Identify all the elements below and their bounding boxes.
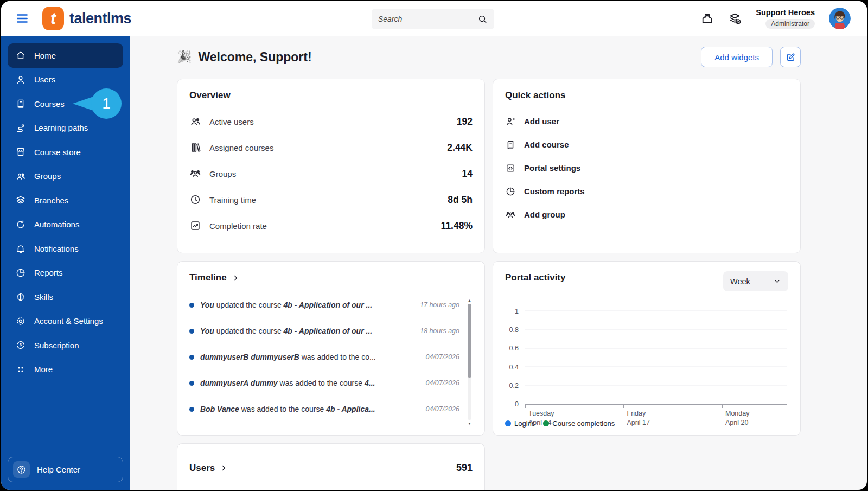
quick-actions-rows: Add user Add course Portal settings Cust… xyxy=(505,110,788,226)
books-icon xyxy=(189,142,201,154)
legend-item[interactable]: Course completions xyxy=(543,419,615,428)
user-role-badge: Administrator xyxy=(765,19,815,29)
bullet-icon xyxy=(189,407,194,412)
home-icon xyxy=(15,50,26,61)
sidebar-item-groups[interactable]: Groups xyxy=(8,164,123,189)
sidebar-item-subscription[interactable]: $ Subscription xyxy=(8,333,123,358)
edit-icon xyxy=(786,52,796,62)
gear-icon xyxy=(15,316,26,327)
group2-icon xyxy=(505,209,516,220)
book-icon xyxy=(505,139,516,150)
sidebar-item-courses[interactable]: Courses 1 xyxy=(8,92,123,116)
sidebar-item-reports[interactable]: Reports xyxy=(8,261,123,285)
sidebar-item-more[interactable]: More xyxy=(8,358,123,382)
overview-row: Assigned courses 2.44K xyxy=(189,135,473,161)
overview-row: Groups 14 xyxy=(189,161,473,187)
userPlus-icon xyxy=(505,116,516,127)
sidebar-item-notifications[interactable]: Notifications xyxy=(8,237,123,261)
chevron-right-icon xyxy=(220,464,228,472)
page-title: 🎉 Welcome, Support! xyxy=(177,50,312,65)
sidebar-item-automations[interactable]: Automations xyxy=(8,213,123,237)
quick-action-item[interactable]: Add course xyxy=(505,133,788,156)
logo-icon: t xyxy=(42,7,64,30)
x-tick-label: FridayApril 17 xyxy=(627,409,650,428)
quick-action-item[interactable]: Portal settings xyxy=(505,156,788,180)
sidebar-item-skills[interactable]: Skills xyxy=(8,285,123,309)
welcome-text: Welcome, Support! xyxy=(198,50,311,65)
group2-icon xyxy=(189,168,201,180)
quick-actions-title: Quick actions xyxy=(505,90,788,101)
svg-text:$: $ xyxy=(20,343,22,348)
users-card-title: Users xyxy=(189,463,215,474)
timeline-card: Timeline You updated the course 4b - App… xyxy=(177,261,485,436)
gridline: 0.6 xyxy=(525,348,787,348)
renew-icon: $ xyxy=(15,340,26,350)
legend-label: Course completions xyxy=(552,419,615,428)
x-tick-label: MondayApril 20 xyxy=(725,409,749,428)
period-dropdown[interactable]: Week xyxy=(723,271,788,291)
scroll-up-icon[interactable]: ▲ xyxy=(468,298,471,302)
chart-legend: LoginsCourse completions xyxy=(505,419,615,428)
gridline: 0.4 xyxy=(525,367,787,367)
bullet-icon xyxy=(189,355,194,360)
codeBox-icon xyxy=(505,163,516,174)
book-icon xyxy=(15,98,26,109)
timeline-entry[interactable]: You updated the course 4b - Application … xyxy=(189,318,459,344)
bell-icon xyxy=(15,243,26,254)
sidebar-item-users[interactable]: Users xyxy=(8,68,123,92)
sidebar-nav-list: Home Users Courses 1 Learning paths Cour… xyxy=(1,43,130,381)
x-tick-mark xyxy=(722,404,723,408)
users-count: 591 xyxy=(456,462,473,474)
overview-title: Overview xyxy=(189,90,473,101)
sidebar: Home Users Courses 1 Learning paths Cour… xyxy=(1,36,130,490)
help-center-label: Help Center xyxy=(37,465,80,474)
help-center-button[interactable]: Help Center xyxy=(8,457,123,482)
timeline-entry[interactable]: Bob Vance was added to the course 4b - A… xyxy=(189,396,459,422)
automation-icon xyxy=(15,219,26,230)
timeline-entry[interactable]: You updated the course 4b - Application … xyxy=(189,292,459,318)
search-input[interactable] xyxy=(378,15,477,23)
search-bar[interactable] xyxy=(372,9,494,29)
add-widgets-button[interactable]: Add widgets xyxy=(701,47,773,67)
inbox-icon[interactable] xyxy=(700,12,714,25)
sidebar-item-branches[interactable]: Branches xyxy=(8,188,123,213)
grid4-icon xyxy=(15,364,26,375)
chevron-down-icon xyxy=(773,277,781,285)
timeline-entry[interactable]: dummyuserB dummyuserB was added to the c… xyxy=(189,344,459,370)
x-tick-mark xyxy=(525,404,526,408)
scrollbar-thumb[interactable] xyxy=(468,304,471,378)
edit-dashboard-button[interactable] xyxy=(780,47,801,67)
logo[interactable]: t talentlms xyxy=(42,7,131,30)
quick-action-item[interactable]: Add group xyxy=(505,203,788,226)
gridline: 0.2 xyxy=(525,385,787,386)
bullet-icon xyxy=(189,329,194,334)
layers-icon xyxy=(15,195,26,206)
courses-stack-icon[interactable] xyxy=(728,12,742,25)
users-card-header[interactable]: Users xyxy=(189,463,228,474)
avatar[interactable] xyxy=(829,8,851,29)
timeline-entry[interactable]: dummyuserA dummy was added to the course… xyxy=(189,370,459,396)
sidebar-item-learning-paths[interactable]: Learning paths xyxy=(8,116,123,141)
quick-action-item[interactable]: Custom reports xyxy=(505,180,788,203)
timeline-scrollbar[interactable]: ▲ ▼ xyxy=(468,298,471,425)
sidebar-item-course-store[interactable]: Course store xyxy=(8,140,123,164)
timeline-header[interactable]: Timeline xyxy=(189,272,473,283)
path-icon xyxy=(15,123,26,133)
legend-item[interactable]: Logins xyxy=(505,419,535,428)
timeline-title: Timeline xyxy=(189,272,227,283)
legend-dot-icon xyxy=(505,420,511,426)
group-icon xyxy=(189,116,201,127)
users-card: Users 591 xyxy=(177,443,485,490)
menu-icon[interactable] xyxy=(15,11,29,25)
scroll-down-icon[interactable]: ▼ xyxy=(468,422,471,425)
step-callout-badge: 1 xyxy=(73,88,122,119)
y-tick-label: 0.6 xyxy=(509,345,519,352)
timeline-list: You updated the course 4b - Application … xyxy=(189,292,473,422)
sidebar-item-account-settings[interactable]: Account & Settings xyxy=(8,309,123,334)
gridline: 0.8 xyxy=(525,329,787,330)
user-block[interactable]: Support Heroes Administrator xyxy=(756,8,815,29)
y-tick-label: 0 xyxy=(515,400,519,408)
sidebar-item-home[interactable]: Home xyxy=(8,43,123,68)
search-icon[interactable] xyxy=(477,14,488,24)
quick-action-item[interactable]: Add user xyxy=(505,110,788,133)
